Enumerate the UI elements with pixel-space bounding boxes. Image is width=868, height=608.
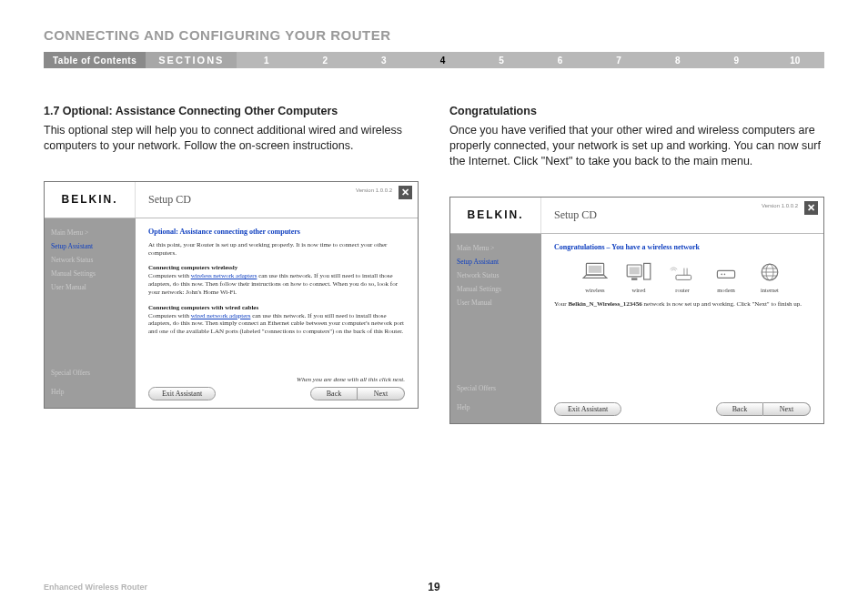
router-icon [668, 262, 697, 286]
wireless-adapters-link[interactable]: wireless network adapters [191, 272, 257, 279]
nav-section-numbers: 1 2 3 4 5 6 7 8 9 10 [237, 52, 824, 68]
svg-rect-8 [676, 275, 691, 279]
app-title-text: Setup CD [148, 193, 191, 207]
nav-section-7[interactable]: 7 [590, 56, 649, 66]
nav-section-5[interactable]: 5 [472, 56, 531, 66]
device-modem: modem [712, 260, 741, 293]
nav-section-1[interactable]: 1 [237, 56, 296, 66]
close-icon[interactable]: ✕ [804, 201, 818, 215]
device-wireless-label: wireless [585, 287, 604, 293]
desktop-icon [624, 260, 653, 284]
svg-rect-1 [589, 265, 601, 272]
footer-page-number: 19 [428, 581, 439, 593]
sidebar-item-user-manual[interactable]: User Manual [51, 280, 129, 294]
sidebar-item-main-menu[interactable]: Main Menu > [457, 241, 535, 255]
sidebar-item-user-manual[interactable]: User Manual [457, 296, 535, 309]
panel-sub-wired: Connecting computers with wired cables [148, 304, 405, 311]
sidebar-item-main-menu[interactable]: Main Menu > [51, 226, 129, 239]
device-wired-label: wired [632, 287, 646, 293]
svg-rect-5 [631, 278, 637, 279]
nav-section-3[interactable]: 3 [355, 56, 414, 66]
left-body: This optional step will help you to conn… [44, 123, 419, 154]
sidebar: Main Menu > Setup Assistant Network Stat… [45, 218, 136, 408]
device-internet-label: internet [761, 287, 779, 293]
panel-hint: When you are done with all this click ne… [148, 376, 405, 383]
nav-toc[interactable]: Table of Contents [44, 52, 146, 68]
chapter-title: CONNECTING AND CONFIGURING YOUR ROUTER [44, 27, 824, 43]
device-router-label: router [675, 287, 690, 293]
svg-rect-4 [644, 263, 651, 279]
next-button[interactable]: Next [763, 402, 811, 416]
device-diagram: wireless wired [554, 260, 811, 293]
exit-assistant-button[interactable]: Exit Assistant [554, 402, 621, 416]
footer-product: Enhanced Wireless Router [44, 583, 147, 592]
sidebar-item-setup-assistant[interactable]: Setup Assistant [457, 255, 535, 269]
sidebar-item-special-offers[interactable]: Special Offers [51, 366, 129, 380]
svg-rect-3 [630, 267, 640, 274]
right-body: Once you have verified that your other w… [449, 123, 824, 169]
app-title: Setup CD Version 1.0.0.2 ✕ [136, 182, 418, 218]
sidebar-item-setup-assistant[interactable]: Setup Assistant [51, 239, 129, 253]
belkin-logo: BELKIN. [45, 182, 136, 218]
sidebar: Main Menu > Setup Assistant Network Stat… [450, 234, 541, 423]
nav-section-10[interactable]: 10 [766, 56, 825, 66]
panel-title: Congratulations – You have a wireless ne… [554, 243, 811, 251]
panel-title: Optional: Assistance connecting other co… [148, 228, 405, 236]
setup-cd-window-left: BELKIN. Setup CD Version 1.0.0.2 ✕ Main … [44, 181, 419, 409]
device-wired: wired [624, 260, 653, 293]
sidebar-item-help[interactable]: Help [51, 385, 129, 399]
sidebar-item-special-offers[interactable]: Special Offers [457, 381, 535, 395]
next-button[interactable]: Next [358, 387, 405, 400]
app-version: Version 1.0.0.2 [356, 187, 392, 193]
device-modem-label: modem [717, 287, 735, 293]
section-nav: Table of Contents SECTIONS 1 2 3 4 5 6 7… [44, 52, 824, 68]
panel-congrats-text: Your Belkin_N_Wireless_123456 network is… [554, 300, 811, 309]
left-heading: 1.7 Optional: Assistance Connecting Othe… [44, 105, 419, 117]
panel-wireless-text: Computers with wireless network adapters… [148, 272, 405, 296]
nav-section-9[interactable]: 9 [707, 56, 766, 66]
svg-point-11 [724, 273, 726, 275]
nav-section-4[interactable]: 4 [413, 56, 472, 66]
close-icon[interactable]: ✕ [399, 186, 412, 199]
nav-sections-label: SECTIONS [146, 52, 237, 68]
globe-icon [755, 260, 784, 284]
sidebar-item-network-status[interactable]: Network Status [457, 269, 535, 282]
back-button[interactable]: Back [716, 402, 763, 416]
sidebar-item-manual-settings[interactable]: Manual Settings [51, 267, 129, 280]
svg-point-10 [721, 273, 722, 275]
app-version: Version 1.0.0.2 [762, 203, 798, 208]
device-internet: internet [755, 260, 784, 293]
right-heading: Congratulations [449, 105, 824, 117]
nav-section-6[interactable]: 6 [530, 56, 590, 66]
sidebar-item-manual-settings[interactable]: Manual Settings [457, 282, 535, 296]
panel-sub-wireless: Connecting computers wirelessly [148, 264, 405, 271]
sidebar-item-network-status[interactable]: Network Status [51, 253, 129, 267]
svg-rect-9 [717, 270, 734, 278]
setup-cd-window-right: BELKIN. Setup CD Version 1.0.0.2 ✕ Main … [449, 197, 824, 424]
panel-wired-text: Computers with wired network adapters ca… [148, 312, 405, 336]
app-title: Setup CD Version 1.0.0.2 ✕ [541, 198, 823, 233]
modem-icon [712, 260, 741, 284]
wired-adapters-link[interactable]: wired network adapters [191, 312, 251, 319]
nav-section-2[interactable]: 2 [296, 56, 355, 66]
device-router: router [668, 260, 697, 293]
device-wireless: wireless [580, 260, 610, 293]
back-button[interactable]: Back [310, 387, 358, 400]
exit-assistant-button[interactable]: Exit Assistant [148, 387, 216, 400]
laptop-icon [580, 260, 610, 284]
app-title-text: Setup CD [554, 208, 597, 222]
sidebar-item-help[interactable]: Help [457, 400, 535, 414]
panel-intro: At this point, your Router is set up and… [148, 241, 405, 258]
nav-section-8[interactable]: 8 [648, 56, 707, 66]
belkin-logo: BELKIN. [450, 198, 541, 233]
